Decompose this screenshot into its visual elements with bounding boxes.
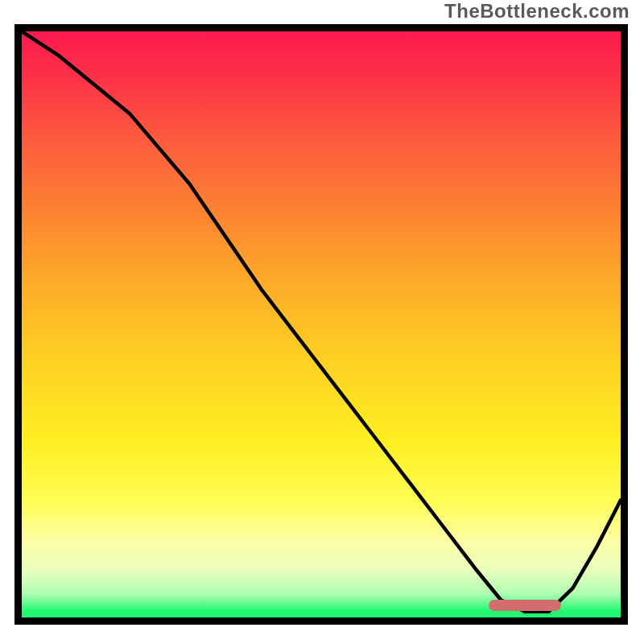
optimal-range-marker	[489, 600, 560, 611]
watermark-text: TheBottleneck.com	[444, 0, 630, 23]
curve-path	[22, 31, 621, 612]
chart-root: TheBottleneck.com	[0, 0, 644, 644]
plot-area	[14, 24, 628, 625]
bottleneck-curve	[22, 31, 621, 617]
